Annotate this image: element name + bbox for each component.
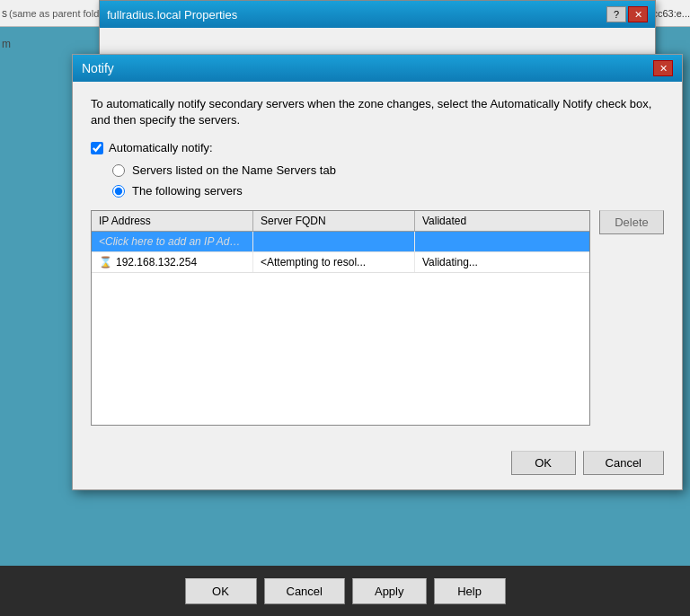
bg-partial-text1: (same as parent folder) (9, 8, 111, 19)
properties-title: fullradius.local Properties (107, 8, 237, 22)
left-partial: s m (2, 7, 11, 50)
radio-group: Servers listed on the Name Servers tab T… (112, 163, 664, 198)
row1-ip: ⌛192.168.132.254 (92, 252, 253, 272)
notify-footer: OK Cancel (73, 440, 682, 489)
delete-button[interactable]: Delete (599, 210, 664, 234)
notify-body: To automatically notify secondary server… (73, 82, 682, 440)
taskbar-ok-button[interactable]: OK (185, 578, 257, 604)
notify-title: Notify (82, 61, 114, 75)
auto-notify-checkbox[interactable] (91, 142, 103, 154)
notify-cancel-button[interactable]: Cancel (583, 451, 664, 475)
table-area: IP Address Server FQDN Validated <Click … (91, 210, 664, 426)
taskbar-apply-button[interactable]: Apply (352, 578, 427, 604)
add-row-ip[interactable]: <Click here to add an IP Address or DNS … (92, 232, 253, 251)
properties-help-button[interactable]: ? (606, 6, 626, 22)
notify-ok-button[interactable]: OK (511, 451, 576, 475)
taskbar-cancel-button[interactable]: Cancel (264, 578, 345, 604)
servers-table: IP Address Server FQDN Validated <Click … (91, 210, 590, 426)
table-row-add[interactable]: <Click here to add an IP Address or DNS … (92, 232, 589, 252)
side-buttons: Delete (599, 210, 664, 234)
left-line1: s (2, 7, 11, 20)
taskbar: OK Cancel Apply Help (0, 566, 690, 616)
col-validated: Validated (415, 211, 532, 231)
notify-close-button[interactable]: ✕ (653, 60, 673, 76)
notify-dialog: Notify ✕ To automatically notify seconda… (72, 54, 683, 490)
add-row-fqdn (253, 232, 415, 251)
properties-title-buttons: ? ✕ (606, 6, 648, 22)
radio-nameservers[interactable] (112, 164, 125, 177)
left-line2: m (2, 38, 11, 50)
table-row-1[interactable]: ⌛192.168.132.254 <Attempting to resol...… (92, 252, 589, 273)
radio-nameservers-label: Servers listed on the Name Servers tab (132, 163, 336, 177)
add-row-validated (415, 232, 532, 251)
taskbar-help-button[interactable]: Help (434, 578, 506, 604)
col-server-fqdn: Server FQDN (253, 211, 415, 231)
notify-description: To automatically notify secondary server… (91, 96, 664, 128)
radio-following[interactable] (112, 185, 125, 198)
radio-row-1: Servers listed on the Name Servers tab (112, 163, 664, 177)
col-ip-address: IP Address (92, 211, 253, 231)
row1-fqdn: <Attempting to resol... (253, 252, 415, 272)
hourglass-icon: ⌛ (99, 256, 112, 268)
table-body: <Click here to add an IP Address or DNS … (92, 232, 589, 411)
radio-row-2: The following servers (112, 184, 664, 198)
notify-titlebar: Notify ✕ (73, 55, 682, 82)
row1-validated: Validating... (415, 252, 532, 272)
auto-notify-label: Automatically notify: (109, 141, 213, 154)
auto-notify-row: Automatically notify: (91, 141, 664, 154)
table-header: IP Address Server FQDN Validated (92, 211, 589, 232)
properties-titlebar: fullradius.local Properties ? ✕ (100, 1, 655, 28)
properties-close-button[interactable]: ✕ (628, 6, 648, 22)
radio-following-label: The following servers (132, 184, 243, 198)
